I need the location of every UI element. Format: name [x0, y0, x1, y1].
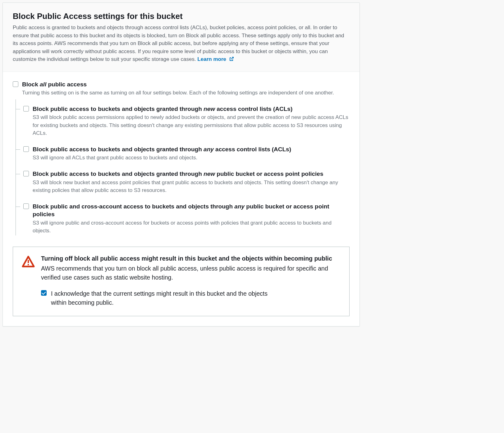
child-checkbox-new-policies[interactable]: [23, 171, 29, 176]
block-all-text: Block all public access Turning this set…: [22, 80, 350, 97]
child-checkbox-any-acls[interactable]: [23, 146, 29, 152]
block-all-label: Block all public access: [22, 80, 350, 89]
panel-title: Block Public Access settings for this bu…: [13, 11, 350, 21]
alert-title: Turning off block all public access migh…: [41, 254, 341, 263]
block-all-children: Block public access to buckets and objec…: [16, 99, 350, 235]
child-label: Block public and cross-account access to…: [33, 203, 350, 218]
child-checkbox-any-policies[interactable]: [23, 203, 29, 209]
learn-more-link[interactable]: Learn more: [197, 56, 234, 62]
svg-rect-0: [28, 260, 29, 263]
learn-more-label: Learn more: [197, 56, 226, 62]
child-option-any-policies: Block public and cross-account access to…: [16, 203, 350, 235]
acknowledge-row: I acknowledge that the current settings …: [41, 289, 341, 308]
child-desc: S3 will ignore public and cross-account …: [33, 219, 350, 235]
warning-icon: [22, 256, 35, 269]
panel-header: Block Public Access settings for this bu…: [3, 3, 360, 72]
block-public-access-panel: Block Public Access settings for this bu…: [2, 2, 360, 326]
panel-description: Public access is granted to buckets and …: [13, 24, 350, 64]
child-option-new-acls: Block public access to buckets and objec…: [16, 105, 350, 137]
panel-description-text: Public access is granted to buckets and …: [13, 25, 344, 62]
child-desc: S3 will ignore all ACLs that grant publi…: [33, 154, 350, 162]
child-desc: S3 will block public access permissions …: [33, 113, 350, 137]
child-option-new-policies: Block public access to buckets and objec…: [16, 170, 350, 194]
child-label: Block public access to buckets and objec…: [33, 145, 350, 153]
svg-rect-1: [28, 264, 29, 265]
block-all-desc: Turning this setting on is the same as t…: [22, 89, 350, 97]
alert-content: Turning off block all public access migh…: [41, 254, 341, 307]
child-label: Block public access to buckets and objec…: [33, 105, 350, 113]
child-desc: S3 will block new bucket and access poin…: [33, 179, 350, 194]
acknowledge-label: I acknowledge that the current settings …: [51, 289, 275, 308]
block-all-option: Block all public access Turning this set…: [13, 80, 350, 97]
panel-body: Block all public access Turning this set…: [3, 72, 360, 326]
child-label: Block public access to buckets and objec…: [33, 170, 350, 178]
child-checkbox-new-acls[interactable]: [23, 106, 29, 112]
public-access-warning: Turning off block all public access migh…: [13, 247, 350, 316]
alert-desc: AWS recommends that you turn on block al…: [41, 264, 341, 282]
acknowledge-checkbox[interactable]: [41, 290, 47, 296]
block-all-checkbox[interactable]: [13, 81, 18, 87]
external-link-icon: [229, 56, 234, 64]
child-option-any-acls: Block public access to buckets and objec…: [16, 145, 350, 162]
